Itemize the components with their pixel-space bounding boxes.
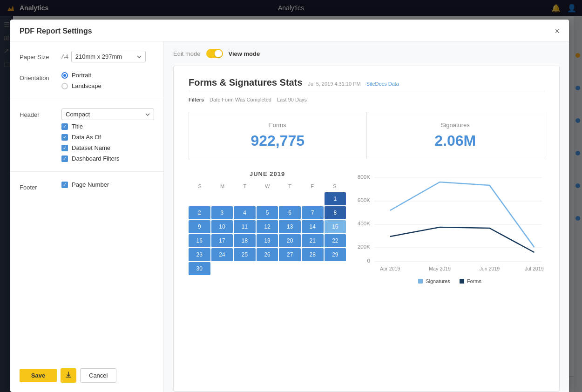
orientation-row: Orientation Portrait Landscape <box>20 72 154 89</box>
cal-cell <box>302 192 324 205</box>
cal-cell: 19 <box>257 234 278 247</box>
modal-title: PDF Report Settings <box>20 27 92 35</box>
stat-forms-label: Forms <box>200 122 355 128</box>
toggle-knob <box>215 50 222 57</box>
report-divider <box>189 91 544 91</box>
checkbox-dataset-name-label: Dataset Name <box>72 144 110 151</box>
legend-signatures: Signatures <box>418 278 450 284</box>
cal-cell: 20 <box>279 234 301 247</box>
calendar-title: JUNE 2019 <box>189 170 346 177</box>
header-label: Header <box>20 108 57 118</box>
portrait-label: Portrait <box>72 72 91 79</box>
cal-cell <box>189 192 210 205</box>
cal-cell: 23 <box>189 248 210 261</box>
report-header: Forms & Signatures Stats Jul 5, 2019 4:3… <box>189 77 544 88</box>
cal-cell: 30 <box>189 262 210 275</box>
footer-row: Footer ✓ Page Number <box>20 181 154 191</box>
cal-cell: 7 <box>302 206 324 219</box>
checkbox-data-as-of-label: Data As Of <box>72 134 101 141</box>
header-row: Header Compact ✓ Title ✓ Data As Of <box>20 108 154 162</box>
view-mode-toggle[interactable] <box>206 49 223 58</box>
cal-cell: 16 <box>189 234 210 247</box>
stat-signatures-value: 2.06M <box>378 132 533 149</box>
paper-size-prefix: A4 <box>61 54 68 60</box>
checkbox-data-as-of[interactable]: ✓ Data As Of <box>61 134 154 141</box>
cal-body: 1234567891011121314151617181920212223242… <box>189 192 346 275</box>
orientation-landscape[interactable]: Landscape <box>61 82 154 89</box>
stat-forms-value: 922,775 <box>200 132 355 149</box>
filters-label: Filters <box>189 97 204 102</box>
checkbox-page-number[interactable]: ✓ Page Number <box>61 181 154 188</box>
cal-cell <box>211 192 233 205</box>
cal-cell: 5 <box>257 206 278 219</box>
cal-cell: 18 <box>234 234 256 247</box>
header-select[interactable]: Compact <box>61 108 154 120</box>
checkbox-dashboard-filters-label: Dashboard Filters <box>72 155 120 162</box>
day-t2: T <box>278 182 301 190</box>
paper-size-value: 210mm x 297mm <box>75 53 122 60</box>
cancel-button[interactable]: Cancel <box>80 368 116 383</box>
stat-forms: Forms 922,775 <box>189 112 366 159</box>
svg-text:Apr 2019: Apr 2019 <box>380 266 400 271</box>
report-meta: Jul 5, 2019 4:31:10 PM <box>308 81 361 87</box>
pdf-report-modal: PDF Report Settings × Paper Size A4 210m… <box>10 20 569 392</box>
modal-body: Paper Size A4 210mm x 297mm Orientation <box>10 41 569 392</box>
cal-cell: 6 <box>279 206 301 219</box>
edit-mode-label: Edit mode <box>173 50 201 57</box>
download-button[interactable] <box>61 368 76 383</box>
svg-text:0: 0 <box>367 258 371 264</box>
cal-cell: 1 <box>325 192 346 205</box>
legend-signatures-label: Signatures <box>426 278 450 284</box>
modal-header: PDF Report Settings × <box>10 20 569 41</box>
paper-size-row: Paper Size A4 210mm x 297mm <box>20 51 154 62</box>
svg-text:400K: 400K <box>358 221 371 226</box>
cal-cell: 26 <box>257 248 278 261</box>
landscape-radio-circle <box>61 83 68 89</box>
cal-cell: 17 <box>211 234 233 247</box>
checkbox-dataset-name[interactable]: ✓ Dataset Name <box>61 144 154 151</box>
cal-cell <box>325 262 346 275</box>
svg-text:800K: 800K <box>358 174 371 180</box>
cal-header-row: S M T W T F S <box>189 182 346 190</box>
checkbox-dashboard-filters[interactable]: ✓ Dashboard Filters <box>61 155 154 162</box>
landscape-label: Landscape <box>72 82 102 89</box>
cal-cell <box>211 262 233 275</box>
view-mode-active-label: View mode <box>229 50 260 57</box>
day-s2: S <box>324 182 346 190</box>
cal-cell: 9 <box>189 220 210 233</box>
modal-footer-buttons: Save Cancel <box>20 364 154 383</box>
report-datasource[interactable]: SiteDocs Data <box>366 81 399 87</box>
save-button[interactable]: Save <box>20 369 57 382</box>
checkbox-dataset-name-box: ✓ <box>61 145 68 151</box>
checkbox-dashboard-filters-box: ✓ <box>61 155 68 162</box>
checkbox-title[interactable]: ✓ Title <box>61 123 154 130</box>
footer-control: ✓ Page Number <box>61 181 154 188</box>
cal-cell: 29 <box>325 248 346 261</box>
footer-label: Footer <box>20 181 57 191</box>
cal-cell <box>234 262 256 275</box>
paper-size-select[interactable]: 210mm x 297mm <box>71 51 146 62</box>
header-chevron-icon <box>145 113 150 116</box>
svg-text:Jul 2019: Jul 2019 <box>525 266 544 271</box>
cal-cell <box>279 192 301 205</box>
chart-section: 800K 600K 400K 200K 0 <box>355 170 544 284</box>
cal-cell: 13 <box>279 220 301 233</box>
filter-name: Date Form Was Completed <box>210 97 271 102</box>
day-w: W <box>256 182 278 190</box>
modal-close-button[interactable]: × <box>555 27 560 35</box>
stats-row: Forms 922,775 Signatures 2.06M <box>189 112 544 159</box>
cal-cell <box>302 262 324 275</box>
view-mode-bar: Edit mode View mode <box>173 49 560 58</box>
checkbox-page-number-box: ✓ <box>61 182 68 188</box>
cal-cell: 4 <box>234 206 256 219</box>
cal-cell: 8 <box>325 206 346 219</box>
stat-signatures-label: Signatures <box>378 122 533 128</box>
orientation-portrait[interactable]: Portrait <box>61 72 154 79</box>
cal-cell <box>279 262 301 275</box>
charts-row: JUNE 2019 S M T W T F S <box>189 170 544 284</box>
day-f: F <box>301 182 324 190</box>
divider-2 <box>10 171 163 172</box>
legend-forms-label: Forms <box>467 278 481 284</box>
header-checkbox-group: ✓ Title ✓ Data As Of ✓ Dataset Name ✓ <box>61 123 154 162</box>
divider-1 <box>10 99 163 99</box>
